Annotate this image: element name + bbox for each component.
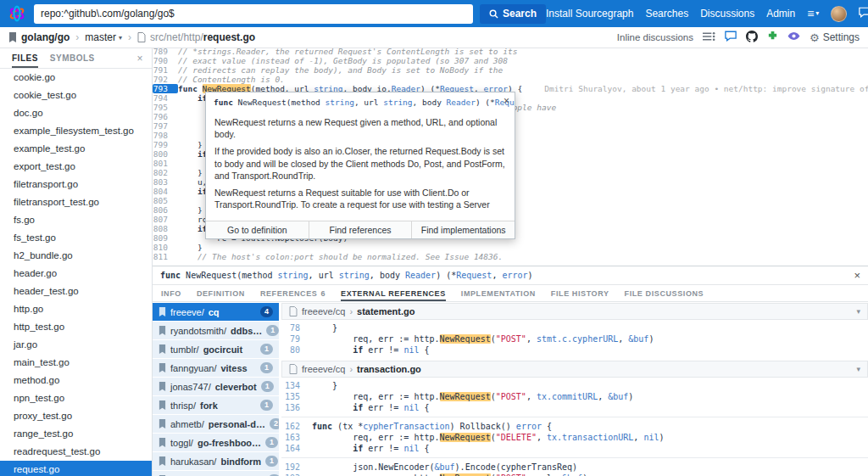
file-item[interactable]: cookie.go [0, 69, 152, 87]
file-item[interactable]: header.go [0, 265, 152, 283]
github-icon[interactable] [746, 31, 758, 45]
panel-tab-file-discussions[interactable]: FILE DISCUSSIONS [625, 285, 704, 301]
panel-tab-file-history[interactable]: FILE HISTORY [551, 285, 609, 301]
file-item[interactable]: http_test.go [0, 318, 152, 336]
file-item[interactable]: doc.go [0, 104, 152, 122]
file-item[interactable]: fs.go [0, 211, 152, 229]
chevron-down-icon[interactable]: ▾ [856, 307, 860, 316]
highlighted-token[interactable]: NewRequest [440, 392, 491, 401]
repo-item[interactable]: thrisp/fork1 [153, 396, 279, 414]
line-number[interactable]: 801 [153, 159, 178, 168]
file-item[interactable]: h2_bundle.go [0, 247, 152, 265]
highlighted-token[interactable]: NewRequest [440, 433, 491, 442]
search-button[interactable]: Search [480, 4, 546, 24]
repo-item[interactable]: ahmetb/personal-d…2 [153, 415, 279, 433]
reference-line[interactable]: 78 } [281, 322, 868, 333]
line-number[interactable]: 790 [153, 56, 178, 65]
reference-line[interactable]: 162func (tx *cypherTransaction) Rollback… [281, 421, 868, 432]
comment-icon[interactable] [725, 31, 737, 44]
sourcegraph-logo[interactable] [8, 5, 25, 22]
panel-tab-info[interactable]: INFO [161, 285, 181, 301]
line-number[interactable]: 796 [153, 112, 178, 121]
extension-icon[interactable] [767, 31, 778, 44]
file-item[interactable]: request.go [0, 461, 152, 476]
line-number[interactable]: 795 [153, 103, 178, 112]
file-item[interactable]: range_test.go [0, 425, 152, 443]
file-item[interactable]: fs_test.go [0, 229, 152, 247]
reference-line[interactable]: 135 req, err := http.NewRequest("POST", … [281, 391, 868, 402]
repo-link[interactable]: golang/go [21, 31, 70, 43]
nav-install-sourcegraph[interactable]: Install Sourcegraph [546, 8, 633, 20]
line-number[interactable]: 803 [153, 177, 178, 187]
panel-tab-references[interactable]: REFERENCES6 [260, 285, 326, 301]
line-number[interactable]: 809 [153, 233, 178, 243]
line-number[interactable]: 797 [153, 121, 178, 131]
file-item[interactable]: http.go [0, 300, 152, 318]
line-number[interactable]: 806 [153, 205, 178, 215]
file-item[interactable]: example_test.go [0, 140, 152, 158]
settings-button[interactable]: ⚙ Settings [810, 31, 860, 43]
file-name[interactable]: request.go [203, 31, 255, 43]
repo-item[interactable]: tumblr/gocircuit1 [153, 340, 279, 358]
panel-tab-implementation[interactable]: IMPLEMENTATION [461, 285, 536, 301]
repo-item[interactable]: cloudflare/promsai…1 [153, 471, 279, 476]
reference-line[interactable]: 163 req, err := http.NewRequest("DELETE"… [281, 432, 868, 443]
line-number[interactable]: 807 [153, 215, 178, 224]
line-number[interactable]: 805 [153, 196, 178, 205]
tab-files[interactable]: FILES [12, 48, 38, 68]
file-item[interactable]: example_filesystem_test.go [0, 122, 152, 140]
file-group-header[interactable]: freeeve/cq›statement.go▾ [281, 303, 868, 320]
branch-selector[interactable]: master ▾ [85, 31, 122, 43]
line-number[interactable]: 802 [153, 168, 178, 177]
line-number[interactable]: 810 [153, 243, 178, 252]
line-number[interactable]: 792 [153, 75, 178, 84]
line-number[interactable]: 794 [153, 93, 178, 103]
file-item[interactable]: filetransport.go [0, 176, 152, 193]
search-input[interactable] [41, 8, 466, 20]
repo-item[interactable]: fanngyuan/vitess1 [153, 359, 279, 377]
reference-line[interactable]: 192 json.NewEncoder(&buf).Encode(cypherT… [281, 462, 868, 473]
close-icon[interactable]: × [504, 95, 509, 107]
file-item[interactable]: method.go [0, 372, 152, 389]
nav-discussions[interactable]: Discussions [700, 8, 754, 20]
line-number[interactable]: 811 [153, 252, 178, 261]
eye-icon[interactable] [787, 31, 800, 43]
file-item[interactable]: cookie_test.go [0, 87, 152, 104]
go-to-definition-button[interactable]: Go to definition [206, 221, 309, 238]
file-item[interactable]: proxy_test.go [0, 407, 152, 425]
chevron-down-icon[interactable]: ▾ [856, 365, 860, 373]
file-item[interactable]: readrequest_test.go [0, 443, 152, 461]
line-number[interactable]: 804 [153, 187, 178, 196]
line-number[interactable]: 799 [153, 140, 178, 149]
avatar[interactable] [831, 6, 847, 22]
line-number[interactable]: 793 [153, 84, 178, 93]
reference-line[interactable]: 134 } [281, 380, 868, 391]
file-item[interactable]: jar.go [0, 336, 152, 354]
feedback-icon[interactable] [859, 7, 868, 20]
repo-item[interactable]: toggl/go-freshboo…1 [153, 434, 279, 451]
file-item[interactable]: export_test.go [0, 158, 152, 176]
reference-line[interactable]: 193 req, err := http.NewRequest("POST", … [281, 473, 868, 476]
tab-symbols[interactable]: SYMBOLS [50, 48, 95, 68]
nav-admin[interactable]: Admin [766, 8, 795, 20]
repo-item[interactable]: ryandotsmith/ddbs…1 [153, 322, 279, 339]
line-number[interactable]: 791 [153, 65, 178, 75]
file-path-prefix[interactable]: src/net/http/ [150, 31, 203, 43]
repo-item[interactable]: harukasan/bindform1 [153, 452, 279, 470]
nav-searches[interactable]: Searches [645, 8, 688, 20]
reference-line[interactable]: 79 req, err := http.NewRequest("POST", s… [281, 333, 868, 344]
close-icon[interactable]: × [136, 48, 143, 68]
file-item[interactable]: npn_test.go [0, 389, 152, 407]
line-number[interactable]: 808 [153, 224, 178, 233]
panel-tab-external-references[interactable]: EXTERNAL REFERENCES [341, 285, 446, 301]
highlighted-token[interactable]: NewRequest [440, 334, 491, 344]
line-number[interactable]: 800 [153, 149, 178, 159]
file-item[interactable]: header_test.go [0, 283, 152, 300]
reference-line[interactable]: 164 if err != nil { [281, 443, 868, 454]
find-references-button[interactable]: Find references [309, 221, 412, 238]
line-number[interactable]: 789 [153, 48, 178, 56]
find-implementations-button[interactable]: Find implementations [411, 221, 515, 238]
line-number[interactable]: 798 [153, 131, 178, 140]
file-item[interactable]: main_test.go [0, 354, 152, 372]
menu-icon[interactable]: ≡▾ [807, 8, 819, 20]
